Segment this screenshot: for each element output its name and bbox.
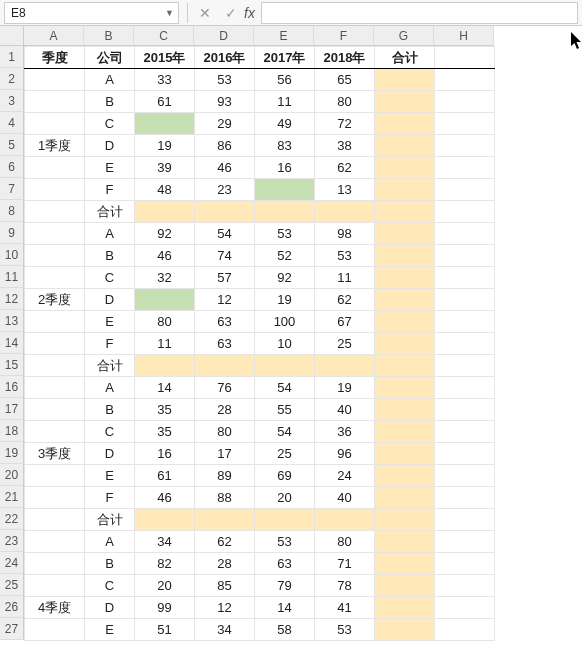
cell[interactable]: 63 [255, 553, 315, 575]
cell[interactable]: 39 [135, 157, 195, 179]
cell[interactable]: 25 [255, 443, 315, 465]
row-header-20[interactable]: 20 [0, 464, 24, 486]
cell[interactable]: 53 [315, 245, 375, 267]
cell[interactable]: 76 [195, 377, 255, 399]
row-header-24[interactable]: 24 [0, 552, 24, 574]
cell[interactable]: 72 [315, 113, 375, 135]
cell[interactable]: 2015年 [135, 47, 195, 69]
cell[interactable] [135, 509, 195, 531]
cell[interactable] [375, 443, 435, 465]
cell[interactable] [25, 465, 85, 487]
fx-button[interactable]: fx [244, 5, 255, 21]
cell[interactable] [135, 113, 195, 135]
cell[interactable]: 12 [195, 597, 255, 619]
cell[interactable] [435, 157, 495, 179]
cell[interactable] [435, 311, 495, 333]
row-header-4[interactable]: 4 [0, 112, 24, 134]
cell[interactable]: 46 [135, 245, 195, 267]
cell[interactable] [435, 179, 495, 201]
column-header-D[interactable]: D [194, 26, 254, 46]
cell[interactable]: E [85, 619, 135, 641]
cell[interactable] [25, 509, 85, 531]
cell[interactable]: 80 [315, 531, 375, 553]
cell[interactable] [375, 619, 435, 641]
cell[interactable] [435, 333, 495, 355]
cell[interactable]: 54 [255, 377, 315, 399]
cell[interactable]: F [85, 487, 135, 509]
column-header-B[interactable]: B [84, 26, 134, 46]
row-header-18[interactable]: 18 [0, 420, 24, 442]
cell[interactable] [435, 91, 495, 113]
cell[interactable]: 63 [195, 333, 255, 355]
cell[interactable] [435, 135, 495, 157]
cell[interactable]: E [85, 311, 135, 333]
cell[interactable]: 98 [315, 223, 375, 245]
cell[interactable]: 23 [195, 179, 255, 201]
cell[interactable] [25, 267, 85, 289]
cell[interactable]: 33 [135, 69, 195, 91]
cell[interactable] [375, 355, 435, 377]
cell[interactable]: 40 [315, 399, 375, 421]
column-header-F[interactable]: F [314, 26, 374, 46]
cell[interactable]: F [85, 333, 135, 355]
cell[interactable]: 2季度 [25, 289, 85, 311]
cell[interactable] [375, 553, 435, 575]
row-header-5[interactable]: 5 [0, 134, 24, 156]
cell[interactable]: 52 [255, 245, 315, 267]
cell[interactable] [375, 399, 435, 421]
cell[interactable]: 20 [255, 487, 315, 509]
cell[interactable]: C [85, 267, 135, 289]
cell[interactable]: 11 [255, 91, 315, 113]
cell[interactable] [315, 201, 375, 223]
cell[interactable]: 34 [195, 619, 255, 641]
cell[interactable] [25, 619, 85, 641]
cell[interactable]: 51 [135, 619, 195, 641]
cell[interactable]: 19 [315, 377, 375, 399]
cell[interactable] [375, 157, 435, 179]
cell[interactable]: F [85, 179, 135, 201]
row-header-3[interactable]: 3 [0, 90, 24, 112]
cell[interactable]: 53 [195, 69, 255, 91]
row-header-6[interactable]: 6 [0, 156, 24, 178]
cell[interactable]: 28 [195, 399, 255, 421]
cell[interactable] [375, 135, 435, 157]
cell[interactable] [25, 179, 85, 201]
cell[interactable]: 16 [255, 157, 315, 179]
cell[interactable]: 74 [195, 245, 255, 267]
cell[interactable] [375, 223, 435, 245]
cell[interactable]: 61 [135, 465, 195, 487]
cell[interactable]: 79 [255, 575, 315, 597]
cell[interactable]: 20 [135, 575, 195, 597]
row-header-16[interactable]: 16 [0, 376, 24, 398]
cell[interactable]: 86 [195, 135, 255, 157]
cell[interactable]: 3季度 [25, 443, 85, 465]
cell[interactable] [435, 289, 495, 311]
cell[interactable] [25, 421, 85, 443]
cell[interactable]: 14 [255, 597, 315, 619]
cell[interactable]: 85 [195, 575, 255, 597]
cell[interactable] [25, 531, 85, 553]
cell[interactable] [25, 553, 85, 575]
cell[interactable]: 1季度 [25, 135, 85, 157]
cell[interactable]: 公司 [85, 47, 135, 69]
cell[interactable]: 38 [315, 135, 375, 157]
cell[interactable]: A [85, 531, 135, 553]
cell[interactable] [435, 201, 495, 223]
row-header-9[interactable]: 9 [0, 222, 24, 244]
cell[interactable]: 25 [315, 333, 375, 355]
cell[interactable] [375, 465, 435, 487]
cell[interactable]: 69 [255, 465, 315, 487]
cell[interactable] [25, 311, 85, 333]
row-header-10[interactable]: 10 [0, 244, 24, 266]
cell[interactable] [25, 223, 85, 245]
cell[interactable]: 65 [315, 69, 375, 91]
cell[interactable]: 28 [195, 553, 255, 575]
cell[interactable] [375, 245, 435, 267]
cell[interactable]: 14 [135, 377, 195, 399]
cell[interactable]: 48 [135, 179, 195, 201]
row-header-12[interactable]: 12 [0, 288, 24, 310]
cell[interactable] [25, 399, 85, 421]
name-box[interactable]: E8 ▼ [4, 2, 179, 24]
cell[interactable]: 93 [195, 91, 255, 113]
cell[interactable]: 71 [315, 553, 375, 575]
